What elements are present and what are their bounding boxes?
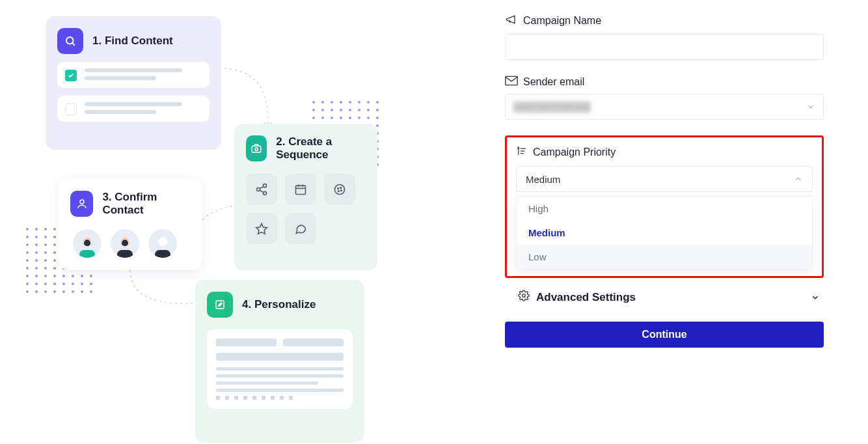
avatar xyxy=(73,229,102,258)
edit-icon xyxy=(207,292,233,318)
svg-rect-2 xyxy=(252,146,261,153)
svg-line-8 xyxy=(260,190,264,192)
svg-rect-9 xyxy=(296,186,306,194)
placeholder-lines xyxy=(85,68,182,80)
svg-rect-25 xyxy=(155,250,170,258)
chevron-up-icon xyxy=(794,174,803,184)
megaphone-icon xyxy=(505,13,518,29)
field-label: Sender email xyxy=(505,76,824,89)
sender-email-label: Sender email xyxy=(523,76,584,88)
svg-point-16 xyxy=(338,190,340,191)
share-icon xyxy=(246,174,277,205)
list-item xyxy=(57,96,210,122)
step-label: Create a Sequence xyxy=(276,135,332,161)
step-card-find-content: 1. Find Content xyxy=(46,16,221,150)
placeholder-lines xyxy=(85,102,182,114)
chevron-down-icon xyxy=(811,293,820,302)
step-card-personalize: 4. Personalize xyxy=(195,280,364,443)
priority-dropdown: High Medium Low xyxy=(516,196,813,270)
avatar-row xyxy=(70,229,190,258)
step-number: 2. xyxy=(276,135,285,148)
chat-icon xyxy=(285,213,316,244)
gear-icon xyxy=(518,290,530,305)
onboarding-illustration: 1. Find Content 2. Create a Sequence xyxy=(26,13,416,443)
field-label: Campaign Name xyxy=(505,13,824,29)
cookie-icon xyxy=(324,174,355,205)
campaign-priority-section: Campaign Priority Medium High Medium Low xyxy=(505,135,824,278)
campaign-priority-select[interactable]: Medium xyxy=(516,166,813,192)
list-item xyxy=(57,62,210,88)
step-number: 3. xyxy=(102,191,111,203)
star-icon xyxy=(246,213,277,244)
check-icon xyxy=(65,70,77,81)
avatar xyxy=(148,229,177,258)
step-number: 1. xyxy=(92,35,102,47)
avatar xyxy=(111,229,139,258)
calendar-icon xyxy=(285,174,316,205)
svg-marker-18 xyxy=(256,223,267,234)
svg-point-5 xyxy=(257,187,260,191)
svg-point-14 xyxy=(338,187,339,189)
svg-point-0 xyxy=(66,37,74,44)
svg-point-15 xyxy=(340,187,342,188)
svg-rect-23 xyxy=(117,250,133,258)
priority-option-high[interactable]: High xyxy=(517,197,812,221)
chevron-down-icon xyxy=(806,102,815,111)
svg-point-19 xyxy=(80,200,84,204)
mail-icon xyxy=(505,76,518,89)
campaign-name-input[interactable] xyxy=(505,34,824,60)
icon-grid xyxy=(246,174,366,244)
sender-email-select[interactable]: ████████████ xyxy=(505,94,824,120)
svg-line-1 xyxy=(72,43,74,45)
step-card-create-sequence: 2. Create a Sequence xyxy=(234,124,377,270)
step-label: Personalize xyxy=(254,298,316,311)
svg-point-4 xyxy=(264,184,267,187)
priority-icon xyxy=(516,145,528,160)
step-card-confirm-contact: 3. Confirm Contact xyxy=(59,179,202,270)
person-icon xyxy=(70,191,93,217)
step-number: 4. xyxy=(242,298,251,311)
sender-email-field: Sender email ████████████ xyxy=(505,76,824,120)
campaign-form: Campaign Name Sender email ████████████ … xyxy=(505,13,824,348)
step-title: 1. Find Content xyxy=(92,35,173,48)
svg-line-7 xyxy=(260,186,264,188)
search-icon xyxy=(57,28,83,54)
advanced-settings-label: Advanced Settings xyxy=(536,291,636,304)
svg-point-31 xyxy=(522,294,526,298)
svg-point-13 xyxy=(335,184,345,194)
campaign-name-field: Campaign Name xyxy=(505,13,824,60)
field-label: Campaign Priority xyxy=(516,145,813,160)
toolbar-mini xyxy=(216,396,344,400)
document-preview xyxy=(207,329,353,409)
svg-point-17 xyxy=(341,190,342,191)
svg-point-24 xyxy=(158,237,167,246)
step-title: 4. Personalize xyxy=(242,298,316,311)
sender-email-value: ████████████ xyxy=(513,102,591,112)
campaign-name-label: Campaign Name xyxy=(523,15,601,27)
advanced-settings-toggle[interactable]: Advanced Settings xyxy=(514,290,824,305)
svg-point-3 xyxy=(255,148,258,151)
step-label: Find Content xyxy=(105,35,173,47)
campaign-priority-label: Campaign Priority xyxy=(533,146,616,158)
continue-button[interactable]: Continue xyxy=(505,322,824,348)
svg-rect-27 xyxy=(506,76,517,85)
checkbox-empty-icon xyxy=(65,104,77,115)
svg-point-6 xyxy=(264,191,267,195)
step-title: 2. Create a Sequence xyxy=(276,135,366,162)
camera-icon xyxy=(246,135,267,161)
svg-rect-21 xyxy=(79,250,95,258)
priority-selected-value: Medium xyxy=(526,174,560,185)
priority-option-medium[interactable]: Medium xyxy=(517,221,812,245)
priority-option-low[interactable]: Low xyxy=(517,245,812,269)
step-title: 3. Confirm Contact xyxy=(102,191,190,217)
